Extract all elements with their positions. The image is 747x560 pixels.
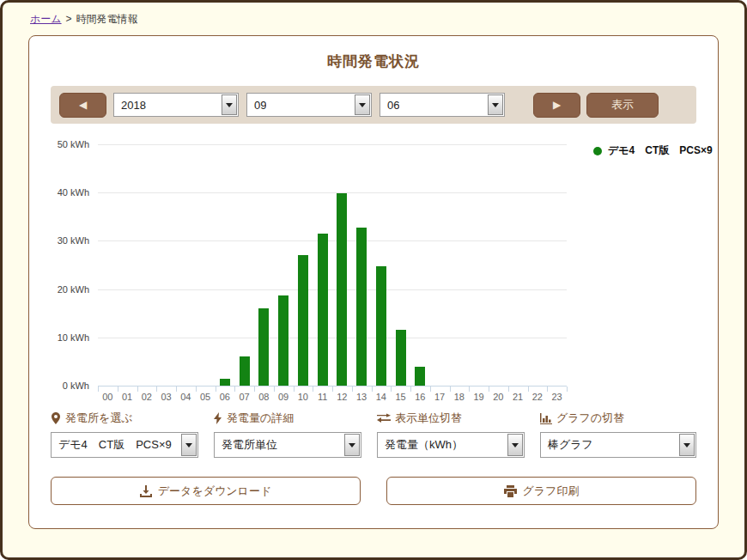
detail-select[interactable]: 発電所単位	[214, 432, 361, 458]
controls-row: 発電所を選ぶ デモ4 CT版 PCS×9 発電量の詳細 発電所単位	[51, 410, 696, 458]
graph-type-select[interactable]: 棒グラフ	[540, 432, 696, 458]
bar	[258, 308, 269, 386]
x-axis-label: 19	[474, 392, 484, 402]
axis-tick	[372, 387, 373, 392]
axis-tick	[294, 387, 295, 392]
axis-tick	[313, 387, 313, 392]
x-axis-label: 16	[415, 392, 425, 402]
prev-day-button[interactable]: ◀	[59, 93, 106, 118]
gridline	[98, 144, 567, 145]
bar	[318, 234, 328, 386]
x-axis-label: 18	[454, 392, 465, 402]
download-icon	[140, 485, 152, 497]
y-axis-label: 10 kWh	[38, 332, 89, 343]
x-axis-label: 09	[278, 392, 288, 402]
plant-select[interactable]: デモ4 CT版 PCS×9	[51, 432, 198, 458]
plant-control-label-text: 発電所を選ぶ	[65, 411, 133, 426]
x-axis-label: 21	[513, 392, 523, 402]
x-axis-label: 23	[552, 392, 562, 402]
print-graph-button-label: グラフ印刷	[523, 484, 580, 499]
axis-tick	[430, 387, 431, 392]
breadcrumb-separator: >	[66, 13, 72, 25]
x-axis-label: 00	[102, 392, 112, 402]
chevron-down-icon	[181, 434, 197, 456]
axis-tick	[254, 387, 255, 392]
y-axis-label: 30 kWh	[38, 235, 89, 246]
next-day-button[interactable]: ▶	[533, 93, 580, 118]
y-axis-label: 0 kWh	[38, 380, 89, 391]
detail-control-label-text: 発電量の詳細	[227, 411, 294, 426]
bar	[337, 193, 347, 386]
month-select[interactable]: 09	[246, 93, 372, 117]
axis-tick	[196, 387, 197, 392]
x-axis-label: 08	[258, 392, 269, 402]
main-panel: 時間発電状況 ◀ 2018 09 06 ▶ 表示 デモ4 CT版 PCS×9	[28, 35, 719, 529]
axis-tick	[547, 387, 548, 392]
x-axis-label: 06	[220, 392, 230, 402]
detail-control: 発電量の詳細 発電所単位	[214, 410, 361, 458]
year-select[interactable]: 2018	[113, 93, 239, 117]
x-axis-label: 04	[180, 392, 191, 402]
printer-icon	[504, 485, 517, 497]
download-data-button-label: データをダウンロード	[158, 484, 271, 499]
day-select-value: 06	[380, 99, 399, 112]
unit-select-value: 発電量（kWh）	[378, 437, 463, 453]
x-axis-label: 10	[298, 392, 308, 402]
x-axis-label: 03	[161, 392, 172, 402]
plant-select-value: デモ4 CT版 PCS×9	[52, 437, 172, 453]
print-graph-button[interactable]: グラフ印刷	[386, 477, 696, 505]
x-axis-label: 14	[376, 392, 386, 402]
lightning-bolt-icon	[214, 412, 222, 424]
graph-type-control-label: グラフの切替	[540, 410, 696, 427]
bar	[220, 379, 230, 386]
chevron-down-icon	[222, 94, 237, 115]
unit-select[interactable]: 発電量（kWh）	[377, 432, 525, 458]
swap-arrows-icon	[377, 413, 391, 423]
gridline	[98, 240, 567, 241]
axis-tick	[489, 387, 489, 392]
graph-type-control: グラフの切替 棒グラフ	[540, 410, 696, 458]
page-title: 時間発電状況	[29, 52, 718, 71]
chevron-down-icon	[488, 94, 503, 115]
graph-type-control-label-text: グラフの切替	[556, 411, 624, 426]
axis-tick	[216, 387, 216, 392]
x-axis-label: 17	[434, 392, 445, 402]
download-data-button[interactable]: データをダウンロード	[51, 477, 361, 505]
gridline	[98, 289, 567, 290]
axis-tick	[98, 387, 99, 392]
axis-tick	[176, 387, 177, 392]
axis-tick	[567, 387, 568, 392]
axis-tick	[118, 387, 118, 392]
month-select-value: 09	[247, 99, 266, 112]
axis-tick	[450, 387, 451, 392]
x-axis-label: 05	[200, 392, 210, 402]
legend-marker-icon	[593, 147, 602, 155]
day-select[interactable]: 06	[380, 93, 505, 117]
year-select-value: 2018	[114, 99, 146, 112]
axis-tick	[469, 387, 470, 392]
axis-tick	[274, 387, 275, 392]
actions-row: データをダウンロード グラフ印刷	[51, 477, 696, 505]
x-axis-label: 11	[318, 392, 327, 402]
y-axis-label: 20 kWh	[38, 284, 89, 295]
chart-legend: デモ4 CT版 PCS×9	[593, 143, 713, 158]
axis-tick	[410, 387, 411, 392]
axis-tick	[156, 387, 157, 392]
hourly-generation-chart: デモ4 CT版 PCS×9 0 kWh10 kWh20 kWh30 kWh40 …	[29, 135, 718, 408]
bar	[356, 228, 367, 386]
x-axis-label: 01	[122, 392, 132, 402]
gridline	[98, 192, 567, 193]
gridline	[98, 338, 567, 338]
bar	[298, 255, 308, 386]
breadcrumb: ホーム>時間発電情報	[3, 3, 744, 27]
x-axis-label: 07	[240, 392, 250, 402]
plant-control-label: 発電所を選ぶ	[51, 410, 198, 427]
bar-chart-icon	[540, 413, 552, 424]
axis-tick	[391, 387, 392, 392]
home-link[interactable]: ホーム	[30, 13, 62, 25]
display-button[interactable]: 表示	[586, 93, 659, 118]
plant-control: 発電所を選ぶ デモ4 CT版 PCS×9	[51, 410, 198, 458]
bar	[415, 367, 425, 386]
chevron-down-icon	[507, 434, 523, 456]
bar	[278, 295, 288, 386]
